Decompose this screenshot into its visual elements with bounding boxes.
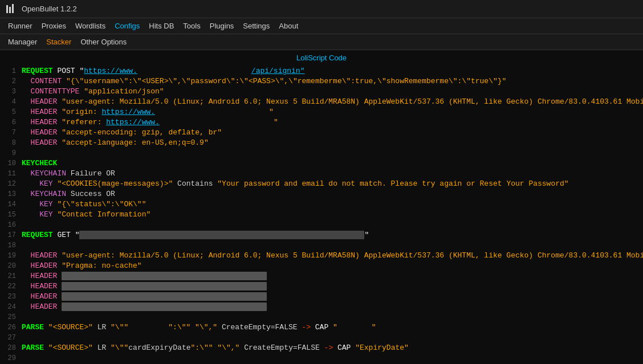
code-line-9: 9	[0, 149, 643, 159]
code-line-4: 4 HEADER "user-agent: Mozilla/5.0 (Linux…	[0, 97, 643, 108]
code-line-8: 8 HEADER "accept-language: en-US,en;q=0.…	[0, 138, 643, 149]
submenu-manager[interactable]: Manager	[3, 36, 42, 47]
code-line-14: 14 KEY "{\"status\":\"OK\""	[0, 200, 643, 210]
code-line-18: 18	[0, 241, 643, 251]
code-line-5: 5 HEADER "origin: https://www."	[0, 108, 643, 118]
code-line-6: 6 HEADER "referer: https://www."	[0, 118, 643, 128]
code-line-3: 3 CONTENTTYPE "application/json"	[0, 87, 643, 97]
menu-runner[interactable]: Runner	[3, 21, 37, 31]
code-line-12: 12 KEY "<COOKIES(mage-messages)>" Contai…	[0, 179, 643, 190]
code-line-10: 10 KEYCHECK	[0, 159, 643, 169]
code-line-24: 24 HEADER	[0, 302, 643, 313]
code-line-7: 7 HEADER "accept-encoding: gzip, deflate…	[0, 128, 643, 138]
code-line-11: 11 KEYCHAIN Failure OR	[0, 169, 643, 179]
menu-about[interactable]: About	[274, 21, 303, 31]
code-line-19: 19 HEADER "user-agent: Mozilla/5.0 (Linu…	[0, 251, 643, 261]
code-line-2: 2 CONTENT "{\"username\":\"<USER>\",\"pa…	[0, 77, 643, 87]
menu-hitsdb[interactable]: Hits DB	[144, 21, 178, 31]
code-area[interactable]: 1 REQUEST POST "https://www./api/signin"…	[0, 64, 643, 362]
code-line-1: 1 REQUEST POST "https://www./api/signin"	[0, 67, 643, 77]
code-line-23: 23 HEADER	[0, 292, 643, 302]
code-line-26: 26 PARSE "<SOURCE>" LR "\""":\"" "\"," C…	[0, 323, 643, 333]
title-bar: OpenBullet 1.2.2	[0, 0, 643, 18]
menu-wordlists[interactable]: Wordlists	[71, 21, 110, 31]
menu-tools[interactable]: Tools	[178, 21, 205, 31]
code-line-17: 17 REQUEST GET " "	[0, 231, 643, 241]
app-logo	[6, 3, 17, 15]
app-title: OpenBullet 1.2.2	[22, 5, 77, 13]
svg-rect-0	[6, 5, 8, 13]
menu-settings[interactable]: Settings	[238, 21, 274, 31]
code-line-25: 25	[0, 313, 643, 323]
svg-rect-1	[9, 7, 11, 13]
code-line-22: 22 HEADER	[0, 282, 643, 292]
svg-rect-2	[12, 4, 14, 13]
submenu-otheroptions[interactable]: Other Options	[76, 36, 131, 47]
menu-bar: Runner Proxies Wordlists Configs Hits DB…	[0, 18, 643, 34]
menu-proxies[interactable]: Proxies	[37, 21, 71, 31]
menu-configs[interactable]: Configs	[110, 21, 144, 31]
menu-plugins[interactable]: Plugins	[205, 21, 239, 31]
sub-menu-bar: Manager Stacker Other Options	[0, 34, 643, 50]
code-line-27: 27	[0, 333, 643, 343]
section-title: LoliScript Code	[0, 50, 643, 64]
code-line-16: 16	[0, 220, 643, 231]
code-line-21: 21 HEADER	[0, 272, 643, 282]
code-line-13: 13 KEYCHAIN Success OR	[0, 190, 643, 200]
submenu-stacker[interactable]: Stacker	[42, 36, 76, 47]
code-line-15: 15 KEY "Contact Information"	[0, 210, 643, 220]
code-line-20: 20 HEADER "Pragma: no-cache"	[0, 261, 643, 272]
code-line-28: 28 PARSE "<SOURCE>" LR "\""cardExpiryDat…	[0, 343, 643, 354]
code-line-29: 29	[0, 354, 643, 362]
